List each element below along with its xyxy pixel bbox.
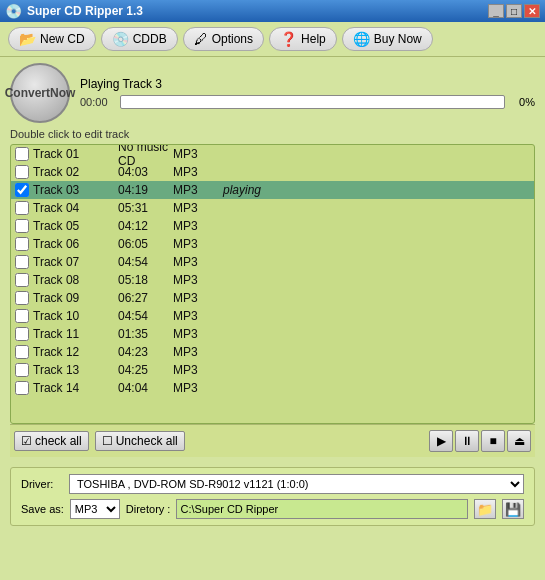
track-name: Track 11 — [33, 327, 118, 341]
track-row[interactable]: Track 0304:19MP3playing — [11, 181, 534, 199]
buy-now-label: Buy Now — [374, 32, 422, 46]
transport-controls: ▶ ⏸ ■ ⏏ — [429, 430, 531, 452]
buy-now-button[interactable]: 🌐 Buy Now — [342, 27, 433, 51]
buy-now-icon: 🌐 — [353, 31, 370, 47]
track-row[interactable]: Track 1204:23MP3 — [11, 343, 534, 361]
options-button[interactable]: 🖊 Options — [183, 27, 264, 51]
uncheck-all-label: Uncheck all — [116, 434, 178, 448]
track-row[interactable]: Track 0906:27MP3 — [11, 289, 534, 307]
driver-area: Driver: TOSHIBA , DVD-ROM SD-R9012 v1121… — [10, 467, 535, 526]
track-checkbox[interactable] — [15, 291, 29, 305]
track-format: MP3 — [173, 363, 223, 377]
convert-now-button[interactable]: Convert Now — [10, 63, 70, 123]
toolbar: 📂 New CD 💿 CDDB 🖊 Options ❓ Help 🌐 Buy N… — [0, 22, 545, 57]
track-duration: 01:35 — [118, 327, 173, 341]
save-path-button[interactable]: 💾 — [502, 499, 524, 519]
new-cd-icon: 📂 — [19, 31, 36, 47]
track-row[interactable]: Track 0504:12MP3 — [11, 217, 534, 235]
track-name: Track 13 — [33, 363, 118, 377]
app-icon: 💿 — [5, 3, 22, 19]
track-checkbox[interactable] — [15, 363, 29, 377]
help-icon: ❓ — [280, 31, 297, 47]
eject-button[interactable]: ⏏ — [507, 430, 531, 452]
track-format: MP3 — [173, 381, 223, 395]
track-checkbox[interactable] — [15, 381, 29, 395]
minimize-button[interactable]: _ — [488, 4, 504, 18]
directory-label: Diretory : — [126, 503, 171, 515]
track-name: Track 14 — [33, 381, 118, 395]
window-title: Super CD Ripper 1.3 — [27, 4, 143, 18]
main-area: Convert Now Playing Track 3 00:00 0% Dou… — [0, 57, 545, 463]
progress-bar — [120, 95, 505, 109]
directory-input[interactable] — [176, 499, 468, 519]
track-checkbox[interactable] — [15, 273, 29, 287]
format-select[interactable]: MP3WAVOGGWMA — [70, 499, 120, 519]
track-checkbox[interactable] — [15, 219, 29, 233]
track-format: MP3 — [173, 201, 223, 215]
track-checkbox[interactable] — [15, 201, 29, 215]
track-format: MP3 — [173, 309, 223, 323]
driver-select[interactable]: TOSHIBA , DVD-ROM SD-R9012 v1121 (1:0:0) — [69, 474, 524, 494]
pause-button[interactable]: ⏸ — [455, 430, 479, 452]
new-cd-button[interactable]: 📂 New CD — [8, 27, 96, 51]
track-format: MP3 — [173, 219, 223, 233]
maximize-button[interactable]: □ — [506, 4, 522, 18]
track-row[interactable]: Track 1004:54MP3 — [11, 307, 534, 325]
track-checkbox[interactable] — [15, 237, 29, 251]
stop-button[interactable]: ■ — [481, 430, 505, 452]
new-cd-label: New CD — [40, 32, 85, 46]
track-duration: 04:12 — [118, 219, 173, 233]
checkbox-checked-icon: ☑ — [21, 434, 32, 448]
playing-info: Playing Track 3 00:00 0% — [80, 77, 535, 109]
title-bar: 💿 Super CD Ripper 1.3 _ □ ✕ — [0, 0, 545, 22]
track-row[interactable]: Track 0805:18MP3 — [11, 271, 534, 289]
track-format: MP3 — [173, 237, 223, 251]
track-row[interactable]: Track 01No music CDMP3 — [11, 145, 534, 163]
folder-browse-button[interactable]: 📁 — [474, 499, 496, 519]
check-all-label: check all — [35, 434, 82, 448]
track-duration: 04:03 — [118, 165, 173, 179]
track-name: Track 12 — [33, 345, 118, 359]
help-button[interactable]: ❓ Help — [269, 27, 337, 51]
track-name: Track 07 — [33, 255, 118, 269]
track-checkbox[interactable] — [15, 165, 29, 179]
track-row[interactable]: Track 1101:35MP3 — [11, 325, 534, 343]
track-checkbox[interactable] — [15, 147, 29, 161]
track-name: Track 01 — [33, 147, 118, 161]
track-duration: 06:05 — [118, 237, 173, 251]
track-format: MP3 — [173, 165, 223, 179]
save-as-label: Save as: — [21, 503, 64, 515]
track-row[interactable]: Track 0606:05MP3 — [11, 235, 534, 253]
track-name: Track 03 — [33, 183, 118, 197]
driver-row: Driver: TOSHIBA , DVD-ROM SD-R9012 v1121… — [21, 474, 524, 494]
play-button[interactable]: ▶ — [429, 430, 453, 452]
track-duration: 04:23 — [118, 345, 173, 359]
cddb-label: CDDB — [133, 32, 167, 46]
track-row[interactable]: Track 1404:04MP3 — [11, 379, 534, 397]
convert-line1: Convert — [5, 86, 50, 100]
cddb-button[interactable]: 💿 CDDB — [101, 27, 178, 51]
track-name: Track 06 — [33, 237, 118, 251]
track-name: Track 04 — [33, 201, 118, 215]
track-row[interactable]: Track 0704:54MP3 — [11, 253, 534, 271]
uncheck-all-button[interactable]: ☐ Uncheck all — [95, 431, 185, 451]
track-format: MP3 — [173, 183, 223, 197]
edit-hint: Double click to edit track — [10, 128, 535, 140]
track-format: MP3 — [173, 255, 223, 269]
bottom-controls: ☑ check all ☐ Uncheck all ▶ ⏸ ■ ⏏ — [10, 424, 535, 457]
track-row[interactable]: Track 0405:31MP3 — [11, 199, 534, 217]
track-duration: 04:04 — [118, 381, 173, 395]
track-checkbox[interactable] — [15, 327, 29, 341]
track-checkbox[interactable] — [15, 183, 29, 197]
track-checkbox[interactable] — [15, 309, 29, 323]
track-row[interactable]: Track 1304:25MP3 — [11, 361, 534, 379]
close-button[interactable]: ✕ — [524, 4, 540, 18]
track-checkbox[interactable] — [15, 255, 29, 269]
track-duration: 06:27 — [118, 291, 173, 305]
percent-display: 0% — [510, 96, 535, 108]
track-name: Track 02 — [33, 165, 118, 179]
track-checkbox[interactable] — [15, 345, 29, 359]
check-all-button[interactable]: ☑ check all — [14, 431, 89, 451]
track-name: Track 05 — [33, 219, 118, 233]
track-row[interactable]: Track 0204:03MP3 — [11, 163, 534, 181]
